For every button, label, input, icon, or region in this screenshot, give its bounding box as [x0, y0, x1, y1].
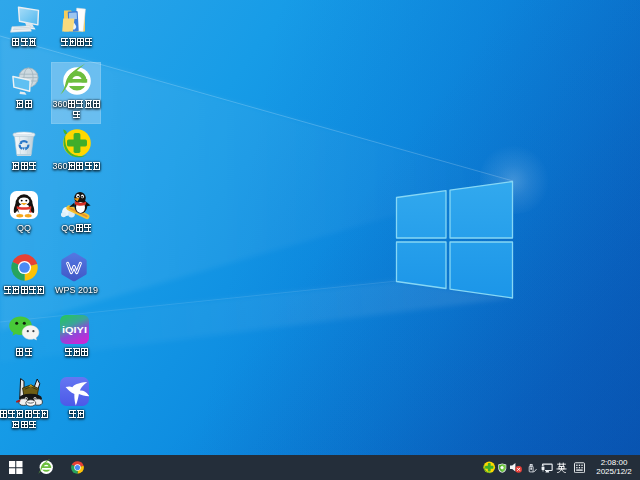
- svg-text:iQIYI: iQIYI: [62, 324, 87, 335]
